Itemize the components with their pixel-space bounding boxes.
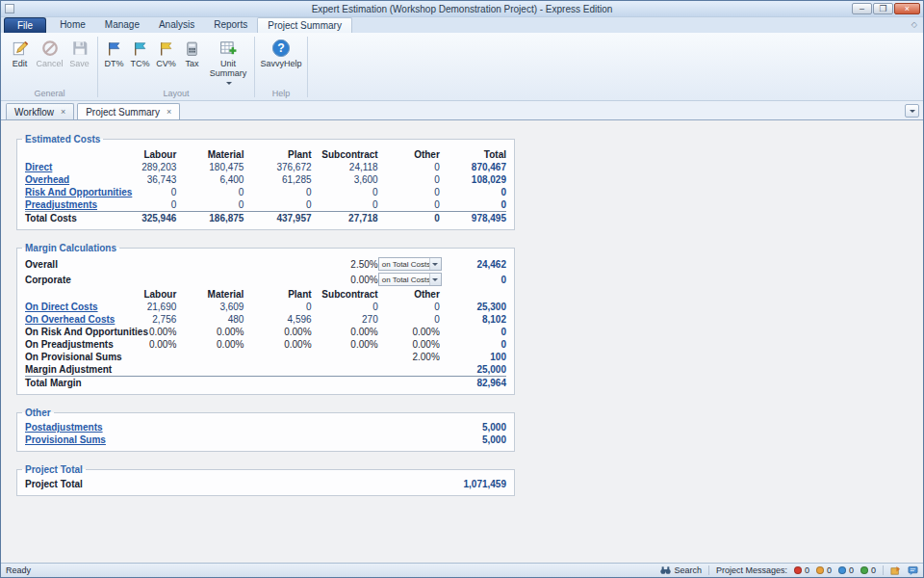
margin-calculations-panel: Margin Calculations Overall 2.50% on Tot… (16, 243, 515, 395)
app-icon (5, 4, 14, 13)
value-cell: 3,600 (312, 173, 378, 186)
on-direct-costs-link[interactable]: On Direct Costs (25, 302, 98, 312)
savvyhelp-button[interactable]: ? SavvyHelp (258, 35, 304, 69)
column-header: Plant (244, 147, 311, 161)
unit-summary-icon (218, 38, 239, 59)
save-button[interactable]: Save (64, 35, 94, 69)
value-cell: 0 (378, 186, 440, 198)
doc-tab-project-summary[interactable]: Project Summary × (77, 103, 180, 119)
group-label-help: Help (258, 89, 304, 100)
tab-project-summary[interactable]: Project Summary (257, 17, 352, 33)
total-cell: 0 (440, 326, 506, 338)
on-risk-and-opportunities-label: On Risk And Opportunities (25, 326, 109, 338)
table-row: Overhead 36,743 6,400 61,285 3,600 0 108… (25, 173, 506, 186)
calculator-icon (182, 38, 203, 59)
table-row: Margin Adjustment 25,000 (25, 363, 506, 377)
value-cell: 0.00% (109, 338, 176, 351)
value-cell: 0.00% (312, 338, 378, 351)
overhead-link[interactable]: Overhead (25, 174, 69, 185)
tc-percent-button[interactable]: TC% (127, 35, 153, 69)
chevron-down-icon (429, 258, 441, 270)
risk-and-opportunities-link[interactable]: Risk And Opportunities (25, 187, 132, 197)
messages-tasks-count[interactable]: 0 (860, 565, 876, 575)
cancel-button[interactable]: Cancel (35, 35, 64, 69)
total-costs-row: Total Costs 325,946 186,875 437,957 27,7… (25, 212, 506, 225)
value-cell (244, 363, 311, 377)
value-cell: 0 (312, 198, 378, 212)
on-provisional-sums-label: On Provisional Sums (25, 351, 109, 363)
messages-errors-count[interactable]: 0 (794, 565, 809, 575)
preadjustments-link[interactable]: Preadjustments (25, 199, 97, 210)
group-separator (97, 37, 98, 97)
value-cell: 0.00% (176, 338, 244, 351)
save-icon (69, 38, 90, 59)
other-panel: Other Postadjustments 5,000 Provisional … (16, 407, 515, 452)
column-header: Subcontract (312, 147, 378, 161)
combo-cell: on Total Costs (378, 256, 440, 272)
value-cell: 2,756 (109, 313, 176, 326)
feedback-icon[interactable] (908, 565, 918, 576)
value-cell: 0.00% (176, 326, 244, 338)
flag-blue-icon (104, 38, 125, 59)
close-tab-icon[interactable]: × (167, 108, 171, 117)
pencil-icon (10, 38, 31, 59)
value-cell (109, 363, 176, 377)
errors-icon (794, 566, 802, 574)
tab-file[interactable]: File (4, 17, 46, 33)
on-preadjustments-label: On Preadjustments (25, 338, 109, 351)
tab-home[interactable]: Home (50, 17, 95, 33)
value-cell: 36,743 (109, 173, 176, 186)
value-cell: 61,285 (244, 173, 311, 186)
tax-button[interactable]: Tax (179, 35, 205, 69)
total-cell: 25,300 (440, 301, 506, 313)
maximize-button[interactable]: ❐ (873, 3, 893, 14)
value-cell: 180,475 (176, 161, 244, 173)
value-cell: 0 (312, 301, 378, 313)
app-window: Expert Estimation (Workshop Demonstratio… (0, 0, 924, 578)
total-margin-row: Total Margin 82,964 (25, 377, 506, 390)
export-icon[interactable] (890, 565, 901, 576)
doc-tab-workflow[interactable]: Workflow × (6, 103, 74, 119)
value-cell: 0 (378, 301, 440, 313)
tab-manage[interactable]: Manage (95, 17, 149, 33)
minimize-button[interactable]: – (852, 3, 872, 14)
direct-link[interactable]: Direct (25, 162, 52, 172)
table-row: On Risk And Opportunities 0.00% 0.00% 0.… (25, 326, 506, 338)
tab-reports[interactable]: Reports (204, 17, 257, 33)
value-cell: 0 (244, 198, 311, 212)
tab-list-dropdown[interactable] (905, 104, 919, 118)
close-button[interactable]: × (894, 3, 920, 14)
section-title: Other (22, 407, 54, 418)
edit-button[interactable]: Edit (5, 35, 35, 69)
close-tab-icon[interactable]: × (61, 108, 65, 117)
binoculars-icon (660, 565, 671, 575)
other-table: Postadjustments 5,000 Provisional Sums 5… (25, 421, 506, 446)
total-cell: 0 (440, 338, 506, 351)
ribbon-options-icon[interactable]: ◇ (911, 20, 917, 29)
unit-summary-button[interactable]: Unit Summary (205, 35, 251, 89)
dt-percent-button[interactable]: DT% (101, 35, 127, 69)
provisional-sums-link[interactable]: Provisional Sums (25, 434, 106, 445)
title-bar: Expert Estimation (Workshop Demonstratio… (1, 1, 923, 17)
column-header: Labour (109, 147, 176, 161)
total-costs-label: Total Costs (25, 212, 109, 225)
corporate-basis-select[interactable]: on Total Costs (378, 273, 442, 286)
value-cell: 289,203 (109, 161, 176, 173)
on-overhead-costs-link[interactable]: On Overhead Costs (25, 314, 115, 325)
overall-basis-select[interactable]: on Total Costs (378, 257, 442, 271)
tab-analysis[interactable]: Analysis (149, 17, 204, 33)
document-tab-strip: Workflow × Project Summary × (1, 101, 923, 120)
postadjustments-link[interactable]: Postadjustments (25, 422, 103, 433)
search-button[interactable]: Search (660, 565, 702, 575)
messages-warnings-count[interactable]: 0 (816, 565, 832, 575)
value-cell: 437,957 (244, 212, 311, 225)
overall-percent: 2.50% (312, 256, 378, 272)
cv-percent-button[interactable]: CV% (153, 35, 179, 69)
value-cell: 0 (109, 198, 176, 212)
value-cell: 0 (378, 161, 440, 173)
value-cell (176, 363, 244, 377)
value-cell: 3,609 (176, 301, 244, 313)
value-cell: 24,118 (312, 161, 378, 173)
overall-label: Overall (25, 256, 312, 272)
messages-information-count[interactable]: 0 (838, 565, 854, 575)
